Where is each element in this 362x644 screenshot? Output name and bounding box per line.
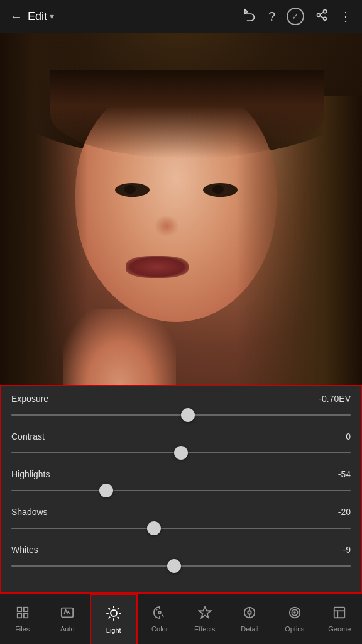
svg-marker-20 xyxy=(199,607,211,618)
svg-line-18 xyxy=(118,608,118,609)
whites-value: -9 xyxy=(343,545,351,555)
back-button[interactable]: ← xyxy=(10,9,23,24)
exposure-label: Exposure xyxy=(11,394,48,404)
photo-subject xyxy=(0,33,362,385)
svg-point-19 xyxy=(158,611,161,614)
shadows-value: -20 xyxy=(338,507,351,517)
edit-title: Edit xyxy=(28,10,47,23)
auto-icon xyxy=(60,606,74,623)
undo-icon[interactable] xyxy=(243,8,257,25)
color-icon xyxy=(153,606,167,623)
toolbar-item-detail[interactable]: Detail xyxy=(228,594,273,644)
photo-background xyxy=(0,33,362,385)
highlights-slider[interactable] xyxy=(11,484,351,497)
geometry-label: Geome xyxy=(328,625,351,633)
app-header: ← Edit ▾ ? ✓ ⋮ xyxy=(0,0,362,33)
confirm-button[interactable]: ✓ xyxy=(287,8,304,25)
more-options-icon[interactable]: ⋮ xyxy=(339,9,352,24)
svg-point-22 xyxy=(248,611,252,614)
exposure-row: Exposure -0.70EV xyxy=(11,394,351,421)
header-title-area: Edit ▾ xyxy=(28,10,54,23)
exposure-slider[interactable] xyxy=(11,409,351,421)
whites-row: Whites -9 xyxy=(11,545,351,572)
toolbar-item-files[interactable]: Files xyxy=(0,594,45,644)
header-left: ← Edit ▾ xyxy=(10,9,54,24)
svg-rect-28 xyxy=(334,608,345,618)
whites-header: Whites -9 xyxy=(11,545,351,555)
svg-rect-8 xyxy=(24,614,28,618)
contrast-header: Contrast 0 xyxy=(11,431,351,441)
highlights-label: Highlights xyxy=(11,469,50,479)
contrast-value: 0 xyxy=(346,431,351,441)
shadows-header: Shadows -20 xyxy=(11,507,351,517)
svg-line-4 xyxy=(320,12,324,14)
light-label: Light xyxy=(106,626,121,634)
files-label: Files xyxy=(15,625,30,633)
optics-icon xyxy=(288,606,302,623)
svg-rect-6 xyxy=(24,608,28,611)
share-icon[interactable] xyxy=(315,9,328,25)
photo-preview xyxy=(0,33,362,385)
svg-line-14 xyxy=(118,617,118,618)
bottom-toolbar: Files Auto Light xyxy=(0,594,362,644)
files-icon xyxy=(16,606,30,623)
exposure-header: Exposure -0.70EV xyxy=(11,394,351,404)
shadows-label: Shadows xyxy=(11,507,48,517)
effects-icon xyxy=(198,606,212,623)
highlights-row: Highlights -54 xyxy=(11,469,351,497)
whites-label: Whites xyxy=(11,545,38,555)
detail-label: Detail xyxy=(241,625,258,633)
whites-slider[interactable] xyxy=(11,560,351,572)
svg-point-10 xyxy=(111,610,117,616)
toolbar-item-optics[interactable]: Optics xyxy=(272,594,317,644)
toolbar-item-geometry[interactable]: Geome xyxy=(317,594,363,644)
shadows-row: Shadows -20 xyxy=(11,507,351,535)
contrast-slider[interactable] xyxy=(11,447,351,459)
contrast-label: Contrast xyxy=(11,431,45,441)
effects-label: Effects xyxy=(194,625,215,633)
toolbar-item-color[interactable]: Color xyxy=(138,594,183,644)
optics-label: Optics xyxy=(285,625,304,633)
svg-rect-5 xyxy=(18,608,21,611)
toolbar-item-light[interactable]: Light xyxy=(90,594,138,644)
svg-point-27 xyxy=(294,612,295,613)
auto-label: Auto xyxy=(60,625,75,633)
exposure-value: -0.70EV xyxy=(319,394,351,404)
contrast-row: Contrast 0 xyxy=(11,431,351,459)
toolbar-item-effects[interactable]: Effects xyxy=(182,594,228,644)
light-icon xyxy=(106,606,121,624)
highlights-value: -54 xyxy=(338,469,351,479)
svg-line-13 xyxy=(109,608,109,609)
shadows-slider[interactable] xyxy=(11,522,351,535)
svg-rect-7 xyxy=(18,614,21,618)
toolbar-item-auto[interactable]: Auto xyxy=(45,594,90,644)
sliders-panel: Exposure -0.70EV Contrast 0 Highlights -… xyxy=(0,385,362,594)
header-right: ? ✓ ⋮ xyxy=(243,8,352,25)
svg-line-17 xyxy=(109,617,109,618)
detail-icon xyxy=(243,606,256,623)
geometry-icon xyxy=(332,606,346,623)
color-label: Color xyxy=(151,625,168,633)
svg-line-3 xyxy=(320,16,324,18)
highlights-header: Highlights -54 xyxy=(11,469,351,479)
dropdown-arrow-icon[interactable]: ▾ xyxy=(50,11,54,21)
help-icon[interactable]: ? xyxy=(268,9,275,24)
